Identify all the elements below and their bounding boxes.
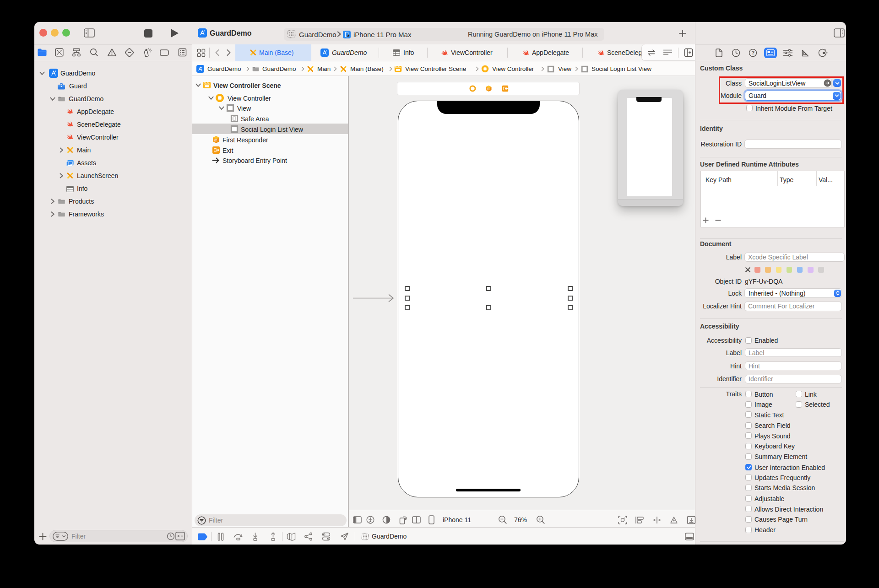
svg-text:?: ? (751, 50, 754, 55)
